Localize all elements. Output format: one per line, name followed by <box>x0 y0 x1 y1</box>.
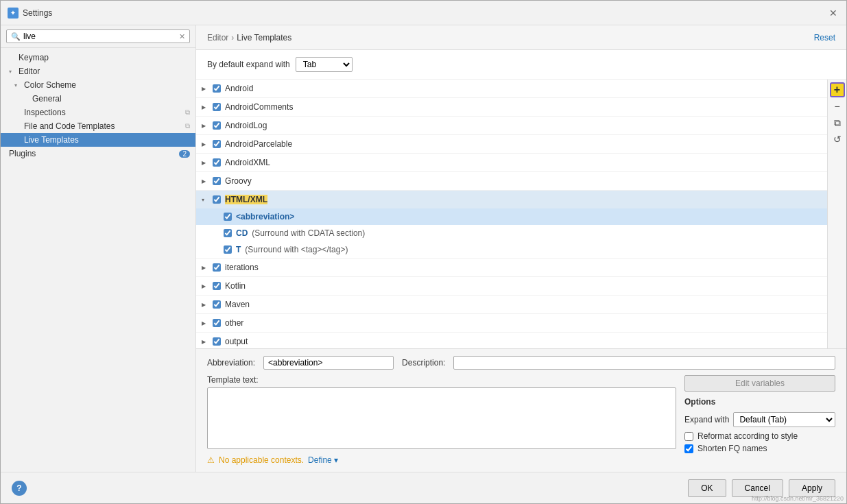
remove-template-button[interactable]: − <box>830 99 845 114</box>
shorten-checkbox-row: Shorten FQ names <box>684 444 835 453</box>
tpl-item-cd[interactable]: CD (Surround with CDATA section) <box>196 225 846 241</box>
group-android-xml-header[interactable]: ▶ AndroidXML <box>196 154 846 171</box>
sidebar-item-color-scheme[interactable]: ▾ Color Scheme <box>1 78 195 92</box>
group-android-log-header[interactable]: ▶ AndroidLog <box>196 117 846 134</box>
tpl-item-t[interactable]: T (Surround with <tag></tag>) <box>196 241 846 258</box>
reset-link[interactable]: Reset <box>814 33 835 43</box>
group-android-comments-checkbox[interactable] <box>213 103 221 111</box>
group-iterations-checkbox[interactable] <box>213 263 221 272</box>
copy-template-button[interactable]: ⧉ <box>830 115 845 130</box>
reformat-checkbox-row: Reformat according to style <box>684 431 835 441</box>
breadcrumb: Editor › Live Templates Reset <box>196 25 846 50</box>
group-html-xml-header[interactable]: ▾ HTML/XML <box>196 191 846 208</box>
group-android-checkbox[interactable] <box>213 84 221 93</box>
group-kotlin-checkbox[interactable] <box>213 282 221 290</box>
group-groovy-checkbox[interactable] <box>213 177 221 185</box>
detail-body: Template text: ⚠ No applicable contexts.… <box>207 375 835 465</box>
group-maven-checkbox[interactable] <box>213 300 221 309</box>
group-html-xml: ▾ HTML/XML <abbreviation> CD <box>196 191 846 259</box>
sidebar-item-label: Live Templates <box>24 135 79 145</box>
group-output-label: output <box>225 337 248 346</box>
settings-window: ✦ Settings ✕ 🔍 ✕ Keymap ▾ Edi <box>0 0 847 504</box>
group-iterations-label: iterations <box>225 263 259 272</box>
abbreviation-label: Abbreviation: <box>207 358 255 368</box>
help-button[interactable]: ? <box>12 481 27 496</box>
group-other-header[interactable]: ▶ other <box>196 314 846 332</box>
options-panel: Edit variables Options Expand with Defau… <box>684 375 835 465</box>
group-output-checkbox[interactable] <box>213 337 221 346</box>
sidebar-item-plugins[interactable]: Plugins 2 <box>1 147 195 160</box>
group-android: ▶ Android <box>196 80 846 98</box>
group-android-parcelable-header[interactable]: ▶ AndroidParcelable <box>196 135 846 153</box>
group-groovy-header[interactable]: ▶ Groovy <box>196 172 846 190</box>
templates-list: ▶ Android ▶ AndroidComments <box>196 80 846 348</box>
search-clear-button[interactable]: ✕ <box>179 32 185 41</box>
apply-button[interactable]: Apply <box>789 479 835 497</box>
sidebar-item-file-templates[interactable]: File and Code Templates ⧉ <box>1 119 195 133</box>
revert-template-button[interactable]: ↺ <box>830 132 845 147</box>
sidebar-item-keymap[interactable]: Keymap <box>1 51 195 64</box>
group-groovy: ▶ Groovy <box>196 172 846 191</box>
chevron-right-icon: ▶ <box>202 178 208 184</box>
search-wrapper[interactable]: 🔍 ✕ <box>6 29 190 43</box>
cancel-button[interactable]: Cancel <box>732 479 783 497</box>
group-android-xml-checkbox[interactable] <box>213 158 221 167</box>
group-android-parcelable-checkbox[interactable] <box>213 140 221 148</box>
group-other-checkbox[interactable] <box>213 319 221 327</box>
group-android-header[interactable]: ▶ Android <box>196 80 846 97</box>
warning-icon: ⚠ <box>207 455 215 465</box>
close-button[interactable]: ✕ <box>827 7 839 19</box>
sidebar-item-label: General <box>32 94 62 104</box>
chevron-right-icon: ▶ <box>202 320 208 326</box>
group-iterations-header[interactable]: ▶ iterations <box>196 259 846 276</box>
expand-with-select[interactable]: Tab Enter Space <box>296 57 353 72</box>
context-row: ⚠ No applicable contexts. Define ▾ <box>207 455 676 465</box>
right-panel: Editor › Live Templates Reset By default… <box>196 25 846 472</box>
group-other-label: other <box>225 318 243 328</box>
group-kotlin-label: Kotlin <box>225 281 246 291</box>
group-output-header[interactable]: ▶ output <box>196 333 846 348</box>
group-maven-header[interactable]: ▶ Maven <box>196 296 846 313</box>
group-android-label: Android <box>225 84 253 93</box>
sidebar-item-label: Keymap <box>19 53 49 62</box>
group-android-log-label: AndroidLog <box>225 121 267 130</box>
search-input[interactable] <box>23 32 176 41</box>
edit-variables-button[interactable]: Edit variables <box>684 375 835 392</box>
sidebar-item-general[interactable]: General <box>1 92 195 106</box>
tpl-abbreviation-checkbox[interactable] <box>224 213 232 221</box>
chevron-right-icon: ▶ <box>202 302 208 308</box>
chevron-right-icon: ▶ <box>202 86 208 92</box>
shorten-label: Shorten FQ names <box>697 444 767 453</box>
search-box: 🔍 ✕ <box>1 25 195 48</box>
group-html-xml-checkbox[interactable] <box>213 195 221 204</box>
add-template-button[interactable]: + <box>830 82 845 97</box>
sidebar-item-inspections[interactable]: Inspections ⧉ <box>1 106 195 119</box>
sidebar-item-live-templates[interactable]: Live Templates <box>1 133 195 147</box>
abbreviation-input[interactable] <box>263 356 394 370</box>
expand-arrow: ▾ <box>9 69 16 75</box>
define-link[interactable]: Define ▾ <box>308 455 338 465</box>
group-kotlin-header[interactable]: ▶ Kotlin <box>196 277 846 295</box>
group-maven-label: Maven <box>225 300 250 309</box>
tpl-t-desc: (Surround with <tag></tag>) <box>245 245 348 254</box>
expand-with-options-select[interactable]: Default (Tab) Tab Enter Space <box>733 412 835 427</box>
bottom-buttons: OK Cancel Apply <box>688 479 835 497</box>
copy-icon: ⧉ <box>185 108 190 117</box>
shorten-checkbox[interactable] <box>684 444 693 453</box>
reformat-checkbox[interactable] <box>684 432 693 441</box>
expand-with-row: By default expand with Tab Enter Space <box>196 50 846 80</box>
sidebar-item-editor[interactable]: ▾ Editor <box>1 64 195 78</box>
group-android-comments-header[interactable]: ▶ AndroidComments <box>196 98 846 116</box>
ok-button[interactable]: OK <box>688 479 726 497</box>
description-input[interactable] <box>453 356 835 370</box>
detail-panel: Abbreviation: Description: Template text… <box>196 348 846 472</box>
group-android-log-checkbox[interactable] <box>213 121 221 130</box>
sidebar-item-label: File and Code Templates <box>24 121 115 131</box>
template-textarea[interactable] <box>207 387 676 449</box>
group-android-xml: ▶ AndroidXML <box>196 154 846 172</box>
tpl-t-checkbox[interactable] <box>224 245 232 254</box>
chevron-right-icon: ▶ <box>202 123 208 129</box>
group-android-log: ▶ AndroidLog <box>196 117 846 135</box>
tpl-item-abbreviation[interactable]: <abbreviation> <box>196 208 846 225</box>
tpl-cd-checkbox[interactable] <box>224 229 232 237</box>
